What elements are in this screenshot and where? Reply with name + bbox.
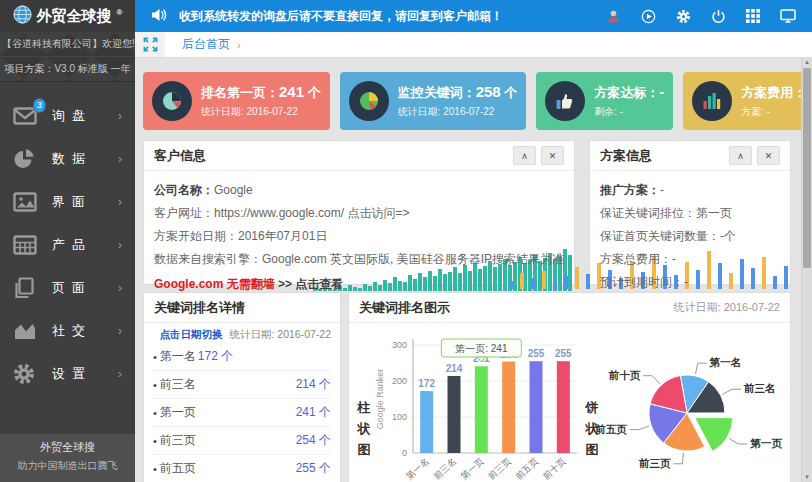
play-circle-icon[interactable] [640, 8, 656, 24]
brand-logo[interactable]: 外贸全球搜 ® [0, 0, 135, 32]
expand-icon[interactable] [135, 32, 165, 57]
stat-card-plan-achieved[interactable]: 方案达标：-剩余: - [536, 72, 673, 130]
close-icon[interactable]: ✕ [757, 146, 780, 165]
info-row: 预计到期时间：- [600, 274, 780, 291]
info-label: 公司名称： [154, 183, 214, 197]
sidebar-item-data[interactable]: 数据› [0, 137, 135, 180]
info-label: 数据来自搜索引擎： [154, 252, 262, 266]
chevron-right-icon: › [118, 151, 122, 166]
info-row: 公司名称：Google [154, 182, 564, 199]
svg-text:前三名: 前三名 [432, 456, 459, 481]
stat-card-subtitle: 剩余: - [594, 105, 664, 119]
svg-text:第一页: 241: 第一页: 241 [455, 343, 508, 354]
customer-panel-header: 客户信息 ∧ ✕ [144, 141, 574, 171]
info-value: Google [214, 183, 253, 197]
ranking-label: 第一名 [160, 348, 196, 365]
gear-icon [13, 363, 39, 385]
stat-card-text: 监控关键词：258 个统计日期: 2016-07-22 [398, 83, 518, 119]
stat-card-monitored-keywords[interactable]: 监控关键词：258 个统计日期: 2016-07-22 [340, 72, 527, 130]
no-vpn-highlight: Google.com 无需翻墙 [154, 277, 275, 291]
info-value[interactable]: https://www.google.com/ 点击访问=> [214, 206, 409, 220]
svg-text:第一页: 第一页 [749, 437, 782, 449]
sidebar-item-settings[interactable]: 设置› [0, 352, 135, 395]
view-link: >> 点击查看 [275, 277, 344, 291]
svg-text:172: 172 [418, 378, 435, 389]
stat-card-title: 方案达标：- [594, 83, 664, 102]
no-vpn-link[interactable]: Google.com 无需翻墙 >> 点击查看 [154, 276, 564, 293]
pages-icon [13, 277, 39, 299]
info-label: 保证关键词排位： [600, 206, 696, 220]
info-value: -个 [720, 229, 736, 243]
date-toggle-link[interactable]: 点击日期切换 [160, 328, 223, 340]
mail-icon: 3 [13, 105, 39, 127]
chevron-right-icon: › [118, 366, 122, 381]
dashboard-page: 外贸全球搜 ® 收到系统转发的询盘后请不要直接回复，请回复到客户邮箱！ [0, 0, 812, 482]
charts-row: 关键词排名详情 点击日期切换 统计日期: 2016-07-22 •第一名172 … [143, 292, 791, 482]
user-avatar[interactable] [605, 8, 621, 24]
scroll-down-arrow[interactable]: ▼ [802, 473, 812, 482]
plan-info-panel: 方案信息 ∧ ✕ 推广方案：-保证关键词排位：第一页保证首页关键词数量：-个方案… [589, 140, 791, 285]
footer-slogan: 助力中国制造出口腾飞 [0, 459, 135, 473]
plan-panel-header: 方案信息 ∧ ✕ [590, 141, 790, 171]
keyword-bar-chart: 0100200300Google Ranker172第一名214前三名241第一… [371, 329, 583, 482]
chevron-right-icon: › [118, 323, 122, 338]
gear-icon[interactable] [675, 8, 691, 24]
topbar-actions [605, 8, 812, 24]
welcome-plan: 项目方案：V3.0 标准版 一年 [0, 56, 135, 81]
apps-grid-icon[interactable] [745, 8, 761, 24]
info-value: - [672, 252, 676, 266]
detail-panel-title: 关键词排名详情 [154, 299, 245, 317]
ranking-row: •前三名214 个 [153, 371, 331, 399]
bullet-icon: • [153, 463, 157, 475]
chevron-right-icon: › [118, 108, 122, 123]
chevron-right-icon: › [118, 194, 122, 209]
svg-text:前十页: 前十页 [541, 456, 568, 481]
svg-text:200: 200 [392, 376, 407, 386]
sidebar-item-page[interactable]: 页面› [0, 266, 135, 309]
sidebar-item-social[interactable]: 社交› [0, 309, 135, 352]
detail-date-label: 统计日期: 2016-07-22 [229, 328, 331, 340]
scroll-up-arrow[interactable]: ▲ [802, 58, 812, 67]
pie-stats-icon [152, 81, 192, 121]
trademark: ® [117, 8, 123, 17]
sidebar-item-label: 页面 [52, 279, 92, 297]
ranking-label: 前三名 [160, 376, 196, 393]
sidebar-menu: 3询盘›数据›界面›产品›页面›社交›设置› [0, 82, 135, 395]
monitor-icon[interactable] [780, 8, 796, 24]
bullet-icon: • [153, 351, 157, 363]
info-row: 方案总费用：- [600, 251, 780, 268]
brand-name: 外贸全球搜 [37, 7, 112, 26]
svg-text:前十页: 前十页 [608, 369, 641, 381]
close-icon[interactable]: ✕ [541, 146, 564, 165]
sidebar-item-product[interactable]: 产品› [0, 223, 135, 266]
info-value: - [660, 183, 664, 197]
breadcrumb-home[interactable]: 后台首页 [182, 36, 230, 53]
collapse-icon[interactable]: ∧ [513, 146, 536, 165]
topbar: 外贸全球搜 ® 收到系统转发的询盘后请不要直接回复，请回复到客户邮箱！ [0, 0, 812, 32]
collapse-icon[interactable]: ∧ [729, 146, 752, 165]
bar-chart-vertical-label: 柱状图 [357, 397, 371, 460]
welcome-block: 【谷道科技有限公司】欢迎您! 项目方案：V3.0 标准版 一年 [0, 32, 135, 82]
info-panels-row: 客户信息 ∧ ✕ 公司名称：Google客户网址：https://www.goo… [143, 140, 791, 285]
pie-stats2-icon [349, 81, 389, 121]
content: 排名第一页：241 个统计日期: 2016-07-22监控关键词：258 个统计… [135, 58, 801, 482]
sidebar-item-interface[interactable]: 界面› [0, 180, 135, 223]
welcome-company: 【谷道科技有限公司】欢迎您! [0, 32, 135, 56]
power-icon[interactable] [710, 8, 726, 24]
stat-card-plan-cost[interactable]: 方案费用：- 元方案: - [683, 72, 801, 130]
footer-brand: 外贸全球搜 [0, 440, 135, 459]
svg-text:Google Ranker: Google Ranker [375, 369, 385, 430]
plan-panel-body: 推广方案：-保证关键词排位：第一页保证首页关键词数量：-个方案总费用：-预计到期… [590, 171, 790, 291]
chart-panel-title: 关键词排名图示 [359, 299, 450, 317]
customer-panel-title: 客户信息 [154, 147, 206, 165]
bullet-icon: • [153, 379, 157, 391]
breadcrumb-bar: 后台首页 › [135, 32, 812, 58]
stat-card-rank-first-page[interactable]: 排名第一页：241 个统计日期: 2016-07-22 [143, 72, 330, 130]
stat-card-title: 排名第一页：241 个 [201, 83, 321, 102]
bullet-icon: • [153, 435, 157, 447]
sidebar-item-inquiry[interactable]: 3询盘› [0, 94, 135, 137]
stat-card-title: 监控关键词：258 个 [398, 83, 518, 102]
scrollbar-thumb[interactable] [803, 68, 811, 268]
ranking-row: •前五页255 个 [153, 455, 331, 482]
stat-card-text: 方案达标：-剩余: - [594, 83, 664, 119]
